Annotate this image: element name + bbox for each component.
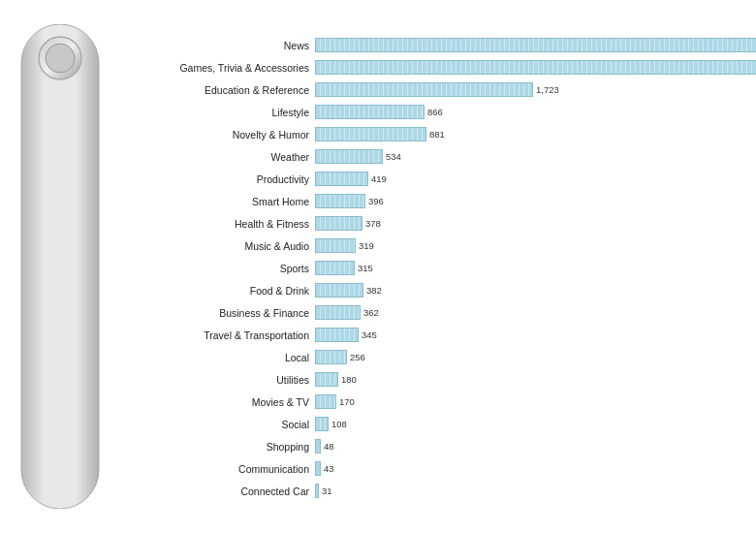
bar [315,417,329,431]
bar-row: Connected Car31 [111,481,748,501]
bar-area: 345 [315,328,748,342]
bar-value: 319 [359,240,374,251]
bar [315,305,361,320]
bar-area: 866 [315,105,748,119]
bar-label: Weather [111,151,315,163]
bar [315,461,321,476]
bar-row: Utilities180 [111,369,748,390]
bar-value: 170 [339,396,355,407]
bar-value: 866 [427,107,443,117]
bar-label: News [111,40,315,51]
bar-row: Sports315 [111,258,748,278]
bar-value: 534 [386,151,401,162]
bar-value: 362 [363,307,379,318]
bar-area: 881 [315,127,748,141]
bar-row: Local256 [111,347,748,367]
chart-wrapper: News3,839Games, Trivia & Accessories3,57… [0,0,756,533]
bar [315,149,383,164]
bar-row: Games, Trivia & Accessories3,579 [111,57,748,78]
bar [315,82,533,97]
bar-area: 256 [315,350,748,364]
bar-label: Smart Home [111,196,315,207]
bar-row: Business & Finance362 [111,302,748,323]
bar [315,394,336,409]
bar-label: Utilities [111,374,315,386]
bar-area: 315 [315,261,748,275]
bar [315,172,368,186]
bar-row: Smart Home396 [111,191,748,211]
bar-label: Health & Fitness [111,218,315,230]
bars-area: News3,839Games, Trivia & Accessories3,57… [111,35,748,525]
bar-value: 256 [350,352,365,362]
bar-label: Productivity [111,173,315,185]
bar-value: 382 [366,285,382,296]
bar-label: Communication [111,463,315,475]
bar-label: Lifestyle [111,107,315,118]
bar-value: 881 [429,129,445,140]
bar-label: Movies & TV [111,396,315,408]
alexa-device [17,24,103,509]
bar-label: Music & Audio [111,240,315,252]
bar [315,261,355,275]
bar-label: Games, Trivia & Accessories [111,62,315,74]
bar-value: 43 [324,463,334,474]
bar [315,439,321,454]
bar [315,105,425,119]
bar-value: 108 [331,419,347,429]
bar-area: 534 [315,149,748,164]
bar-row: News3,839 [111,35,748,55]
bar-area: 31 [315,484,748,498]
bar-value: 48 [324,441,334,452]
bar-area: 3,579 [315,60,756,75]
bar-area: 396 [315,194,748,208]
bar-row: Music & Audio319 [111,235,748,256]
bar-row: Productivity419 [111,169,748,189]
bar-area: 108 [315,417,748,431]
bar-label: Food & Drink [111,285,315,297]
bar [315,238,356,253]
bar-row: Health & Fitness378 [111,213,748,234]
bar [315,328,359,342]
bar-row: Novelty & Humor881 [111,124,748,144]
bar-value: 315 [358,263,373,273]
bar [315,38,756,52]
bar-row: Food & Drink382 [111,280,748,300]
svg-point-2 [46,44,75,73]
bar-value: 1,723 [536,84,559,95]
bar-area: 43 [315,461,748,476]
bar-label: Social [111,419,315,430]
bar [315,283,363,298]
bar-label: Local [111,352,315,363]
bar-row: Shopping48 [111,436,748,456]
bar-area: 3,839 [315,38,756,52]
bar [315,194,365,208]
bar-row: Travel & Transportation345 [111,325,748,345]
svg-rect-0 [21,24,99,509]
bar-row: Communication43 [111,458,748,479]
bar-label: Education & Reference [111,84,315,96]
bar-value: 378 [365,218,381,229]
bar [315,60,756,75]
bar-area: 378 [315,216,748,231]
bar-area: 362 [315,305,748,320]
bar-area: 170 [315,394,748,409]
bar-area: 48 [315,439,748,454]
bar-label: Novelty & Humor [111,129,315,141]
bar-value: 31 [322,486,332,496]
bar-row: Movies & TV170 [111,392,748,412]
bar-area: 1,723 [315,82,748,97]
bar-area: 419 [315,172,748,186]
bar-label: Sports [111,263,315,274]
bar [315,484,319,498]
bar [315,216,362,231]
bar-value: 180 [341,374,357,385]
bar-label: Shopping [111,441,315,453]
bar-value: 396 [368,196,384,206]
bar-area: 319 [315,238,748,253]
bar-row: Weather534 [111,146,748,167]
bar-label: Business & Finance [111,307,315,319]
bar-value: 345 [362,329,377,340]
bar [315,372,338,387]
bar-area: 180 [315,372,748,387]
bar-area: 382 [315,283,748,298]
